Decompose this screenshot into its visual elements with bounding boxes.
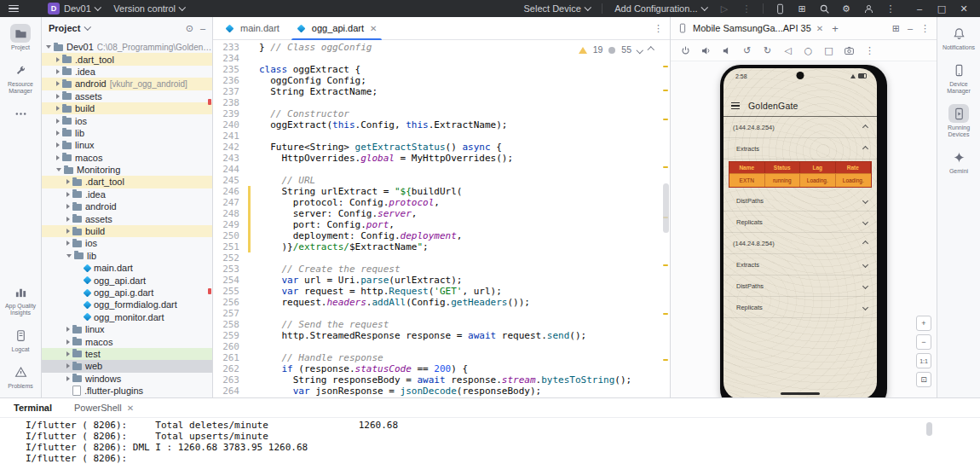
tree-item[interactable]: Dev01C:\08_Programming\GoldenGate_M... bbox=[42, 41, 212, 53]
settings-icon[interactable]: ⚙ bbox=[837, 1, 856, 16]
code-area[interactable]: 2332342352362372382392402412422432442452… bbox=[213, 40, 670, 397]
hide-panel-icon[interactable]: – bbox=[908, 23, 913, 34]
expand-toggle-icon[interactable] bbox=[66, 217, 70, 222]
tree-item[interactable]: ogg_api.g.dart bbox=[42, 287, 212, 299]
close-terminal-tab-icon[interactable]: ✕ bbox=[127, 403, 134, 413]
expand-toggle-icon[interactable] bbox=[56, 69, 60, 74]
drawer-menu-icon[interactable] bbox=[731, 102, 740, 109]
tree-item[interactable]: build bbox=[42, 102, 212, 114]
terminal-scrollbar[interactable] bbox=[926, 422, 932, 436]
expand-toggle-icon[interactable] bbox=[56, 130, 60, 136]
tool-strip-item-project[interactable]: Project bbox=[1, 24, 40, 51]
expand-toggle-icon[interactable] bbox=[66, 327, 70, 332]
tool-strip-item-more[interactable] bbox=[1, 104, 40, 125]
expand-toggle-icon[interactable] bbox=[56, 142, 60, 148]
screenshot-icon[interactable] bbox=[843, 44, 856, 57]
device-selector[interactable]: Select Device bbox=[519, 2, 596, 15]
back-icon[interactable]: ◁ bbox=[781, 44, 794, 57]
phone-screen[interactable]: 2:58 GoldenGate (144.24.8.254)ExtractsNa… bbox=[723, 68, 877, 399]
expand-toggle-icon[interactable] bbox=[66, 241, 70, 246]
tree-item[interactable]: web bbox=[42, 360, 212, 372]
tree-item[interactable]: macos bbox=[42, 152, 212, 164]
tree-item[interactable]: ios bbox=[42, 114, 212, 126]
zoom-out-button[interactable]: − bbox=[916, 334, 931, 350]
search-icon[interactable] bbox=[815, 1, 833, 16]
expand-toggle-icon[interactable] bbox=[66, 204, 70, 209]
tree-item[interactable]: lib bbox=[42, 127, 212, 139]
tree-item[interactable]: windows bbox=[42, 373, 212, 385]
tool-strip-item-running-devices[interactable]: Running Devices bbox=[939, 104, 978, 138]
tool-strip-item-problems[interactable]: Problems bbox=[1, 362, 40, 390]
locate-file-icon[interactable]: ⊙ bbox=[186, 23, 193, 34]
power-icon[interactable] bbox=[679, 44, 692, 57]
hide-panel-icon[interactable]: – bbox=[200, 23, 205, 34]
add-device-icon[interactable]: + bbox=[832, 22, 839, 35]
close-icon[interactable]: ✕ bbox=[953, 1, 975, 16]
tree-item[interactable]: test bbox=[42, 348, 212, 360]
more-icon[interactable]: ⋮ bbox=[863, 44, 876, 57]
close-device-tab-icon[interactable]: ✕ bbox=[816, 24, 823, 33]
tree-item[interactable]: assets bbox=[42, 212, 212, 224]
tree-item[interactable]: build bbox=[42, 225, 212, 237]
layout-icon[interactable]: ⊞ bbox=[793, 1, 811, 16]
minimize-icon[interactable]: – bbox=[908, 1, 931, 16]
phone-list-tile[interactable]: Replicats bbox=[723, 212, 877, 233]
tree-item[interactable]: .idea bbox=[42, 188, 212, 200]
expand-toggle-icon[interactable] bbox=[66, 376, 70, 381]
vcs-widget[interactable]: Version control bbox=[108, 2, 189, 15]
tree-item[interactable]: ogg_api.dart bbox=[42, 274, 212, 286]
expand-toggle-icon[interactable] bbox=[66, 192, 70, 197]
profile-icon[interactable] bbox=[859, 1, 878, 16]
phone-list-tile[interactable]: Replicats bbox=[723, 297, 877, 318]
project-widget[interactable]: D Dev01 bbox=[31, 1, 105, 16]
run-button[interactable]: ▷ bbox=[715, 1, 734, 16]
phone-list-tile[interactable]: DistPaths bbox=[723, 190, 877, 212]
fit-to-window-icon[interactable]: ⊡ bbox=[916, 372, 931, 387]
tree-item[interactable]: main.dart bbox=[42, 262, 212, 274]
tree-item[interactable]: ogg_monitor.dart bbox=[42, 311, 212, 323]
zoom-in-button[interactable]: + bbox=[916, 316, 931, 331]
recents-icon[interactable]: □ bbox=[822, 44, 835, 57]
tree-item[interactable]: android bbox=[42, 200, 212, 212]
rotate-left-icon[interactable]: ↺ bbox=[741, 44, 753, 57]
chevron-down-icon[interactable] bbox=[84, 24, 91, 31]
tree-item[interactable]: macos bbox=[42, 335, 212, 347]
tool-strip-item-device-manager[interactable]: Device Manager bbox=[939, 61, 978, 95]
phone-list-tile[interactable]: Extracts bbox=[723, 138, 877, 160]
expand-toggle-icon[interactable] bbox=[66, 363, 70, 368]
expand-toggle-icon[interactable] bbox=[66, 179, 70, 184]
editor-scrollbar[interactable] bbox=[663, 183, 669, 233]
more-run-actions-icon[interactable]: ⋮ bbox=[737, 1, 756, 16]
tool-strip-item-app-quality-insights[interactable]: App Quality Insights bbox=[1, 282, 40, 316]
phone-list-tile[interactable]: (144.24.8.254) bbox=[723, 233, 877, 254]
terminal-output[interactable]: I/flutter ( 8206): Total deletes/minute … bbox=[0, 418, 980, 464]
editor-tab-main.dart[interactable]: main.dart bbox=[216, 17, 288, 39]
tool-strip-item-logcat[interactable]: Logcat bbox=[1, 326, 40, 353]
main-menu-icon[interactable] bbox=[9, 5, 19, 13]
tree-item[interactable]: assets bbox=[42, 90, 212, 102]
phone-list-tile[interactable]: (144.24.8.254) bbox=[723, 117, 877, 138]
expand-toggle-icon[interactable] bbox=[56, 168, 61, 171]
device-mirror-icon[interactable] bbox=[770, 1, 789, 16]
more-icon[interactable]: ⋮ bbox=[881, 1, 900, 16]
tool-strip-item-notifications[interactable]: Notifications bbox=[939, 24, 978, 51]
run-configuration-selector[interactable]: Add Configuration... bbox=[609, 2, 712, 15]
tree-item[interactable]: linux bbox=[42, 323, 212, 335]
device-tab-label[interactable]: Mobile SamsungGa...API 35 bbox=[693, 23, 811, 33]
expand-toggle-icon[interactable] bbox=[56, 155, 60, 160]
terminal-tab-powershell[interactable]: PowerShell ✕ bbox=[74, 403, 134, 413]
expand-toggle-icon[interactable] bbox=[56, 57, 60, 62]
expand-toggle-icon[interactable] bbox=[46, 45, 51, 49]
next-problem-icon[interactable] bbox=[637, 47, 643, 54]
rotate-right-icon[interactable]: ↻ bbox=[761, 44, 774, 57]
tree-item[interactable]: android[vkuhr_ogg_android] bbox=[42, 78, 212, 90]
phone-list-tile[interactable]: Extracts bbox=[723, 254, 877, 276]
tree-item[interactable]: .dart_tool bbox=[42, 176, 212, 188]
expand-toggle-icon[interactable] bbox=[56, 94, 60, 99]
expand-toggle-icon[interactable] bbox=[66, 339, 70, 345]
expand-toggle-icon[interactable] bbox=[66, 254, 72, 258]
tool-strip-item-resource-manager[interactable]: Resource Manager bbox=[1, 61, 40, 95]
tree-item[interactable]: .dart_tool bbox=[42, 53, 212, 65]
terminal-title[interactable]: Terminal bbox=[14, 403, 52, 413]
expand-toggle-icon[interactable] bbox=[56, 81, 60, 86]
